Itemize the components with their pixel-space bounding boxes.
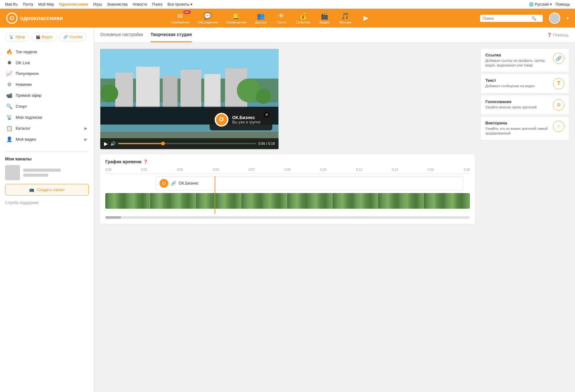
sidebar-item-top-week-label: Топ недели — [16, 50, 37, 54]
ok-live-icon: ⏺ — [6, 60, 13, 65]
nav-play[interactable]: ▶ — [357, 13, 375, 24]
feature-quiz[interactable]: Викторина Узнайте, кто из ваших зрителей… — [481, 117, 569, 140]
video-button[interactable]: 🎬 Видео — [32, 33, 57, 41]
feature-link-text: Ссылка Добавьте ссылку на профиль, групп… — [485, 53, 549, 68]
tab-creative-studio[interactable]: Творческая студия — [151, 28, 192, 42]
nav-discussions[interactable]: 💬 Обсуждения — [195, 11, 221, 25]
events-icon: 💰 — [299, 12, 307, 20]
nav-events-label: События — [296, 20, 310, 24]
ether-icon: 📡 — [9, 35, 14, 39]
overlay-track-logo: О — [159, 179, 168, 188]
overlay-track-label: ОК.Бизнес — [179, 181, 199, 186]
topnav-pochta[interactable]: Почта — [23, 2, 33, 7]
feature-poll[interactable]: Голосование Узнайте мнение своих зрителе… — [481, 96, 569, 114]
svg-point-12 — [256, 89, 271, 104]
topnav-mailru[interactable]: Mail.Ru — [5, 2, 18, 7]
channel-thumbnail — [5, 165, 20, 180]
sidebar-item-myvideo[interactable]: 👤 Моё видео ▶ — [5, 134, 89, 145]
filmstrip-seg-7 — [379, 193, 424, 209]
timeline-playhead[interactable] — [215, 176, 215, 214]
link-button[interactable]: 🔗 Ссылка — [59, 33, 86, 41]
nav-friends-label: Друзья — [255, 20, 267, 24]
overlay-close-button[interactable]: ✕ — [264, 112, 270, 118]
progress-bar[interactable] — [118, 143, 256, 144]
live-icon: 📹 — [6, 92, 13, 98]
sport-icon: 🔍 — [6, 103, 13, 109]
feature-text-title: Текст — [485, 78, 549, 83]
time-current: 0:06 — [259, 142, 265, 145]
filmstrip-seg-3 — [196, 193, 242, 209]
scrollbar-thumb[interactable] — [105, 216, 121, 219]
user-avatar[interactable] — [549, 13, 560, 24]
topnav-igry[interactable]: Игры — [93, 2, 102, 7]
create-channel-icon: 📺 — [29, 187, 34, 192]
messages-icon: ✉ — [177, 12, 183, 20]
support-link[interactable]: Служба поддержки — [5, 201, 89, 205]
tab-basic-settings[interactable]: Основные настройки — [100, 28, 143, 42]
notifications-icon: 🔔 — [232, 12, 240, 20]
sidebar-item-live[interactable]: 📹 Прямой эфир — [5, 90, 89, 101]
sidebar-item-sport-label: Спорт — [16, 104, 27, 109]
timeline-scrollbar[interactable] — [105, 216, 470, 219]
nav-notifications[interactable]: 🔔 Оповещения — [223, 11, 250, 25]
topnav-znakomstva[interactable]: Знакомства — [107, 2, 128, 7]
nav-video[interactable]: 🎬 Видео — [315, 11, 334, 25]
nav-music[interactable]: 🎵 Музыка — [336, 11, 355, 25]
sidebar-item-subscriptions-label: Мои подписки — [16, 115, 42, 120]
sidebar-item-popular[interactable]: 📈 Популярное — [5, 68, 89, 79]
logo-area[interactable]: O одноклассники — [6, 13, 63, 24]
sidebar-item-sport[interactable]: 🔍 Спорт — [5, 101, 89, 112]
overlay-track[interactable]: О 🔗 ОК.Бизнес — [155, 176, 463, 191]
sidebar-item-catalog-label: Каталог — [16, 126, 30, 131]
topnav-poisk[interactable]: Поиск — [152, 2, 162, 7]
feature-text[interactable]: Текст Добавьте сообщение на видео T — [481, 74, 569, 93]
sidebar-item-subscriptions[interactable]: 📡 Мои подписки — [5, 112, 89, 123]
video-scene-svg — [100, 49, 279, 149]
ether-button[interactable]: 📡 Эфир — [5, 33, 29, 41]
nav-friends[interactable]: 👥 Друзья — [251, 11, 270, 25]
nav-notifications-label: Оповещения — [226, 20, 247, 24]
volume-button[interactable]: 🔊 — [110, 141, 116, 146]
topnav-language[interactable]: 🌐 Русский ▾ — [529, 2, 551, 7]
topnav-all-projects[interactable]: Все проекты ▾ — [168, 2, 192, 7]
time-display: 0:06 / 0:18 — [259, 142, 275, 145]
ruler-label-2: 0:03 — [177, 168, 183, 171]
nav-guests[interactable]: 👁 Гости — [272, 11, 291, 25]
sidebar-menu: 🔥 Топ недели ⏺ OK Live 📈 Популярное ⚙ Но… — [5, 46, 89, 145]
ruler-label-3: 0:05 — [213, 168, 219, 171]
help-link[interactable]: ❓ Помощь — [547, 28, 569, 42]
channel-placeholder — [5, 165, 89, 180]
timeline-track-area: О 🔗 ОК.Бизнес — [105, 176, 470, 214]
topnav-novosti[interactable]: Новости — [133, 2, 147, 7]
tab-basic-settings-label: Основные настройки — [100, 32, 143, 37]
feature-poll-icon: ≡ — [553, 99, 564, 111]
discussions-icon: 💬 — [204, 12, 212, 20]
topnav-help[interactable]: Помощь — [556, 2, 570, 7]
sidebar-item-top-week[interactable]: 🔥 Топ недели — [5, 46, 89, 57]
feature-link[interactable]: Ссылка Добавьте ссылку на профиль, групп… — [481, 49, 569, 72]
sidebar-item-catalog[interactable]: 📋 Каталог ▶ — [5, 123, 89, 134]
create-channel-button[interactable]: 📺 Создать канал — [5, 184, 89, 196]
avatar-chevron-icon[interactable]: ▾ — [567, 16, 569, 21]
time-total: 0:18 — [268, 142, 274, 145]
topnav-moimir[interactable]: Мой Мир — [38, 2, 54, 7]
feature-quiz-icon: ✳ — [553, 121, 564, 132]
search-input[interactable] — [483, 16, 530, 21]
nav-messages[interactable]: ✉ Сообщения 99+ — [168, 11, 193, 25]
sidebar-item-myvideo-label: Моё видео — [16, 137, 36, 142]
video-icon: 🎬 — [321, 12, 328, 20]
main-header: O одноклассники ✉ Сообщения 99+ 💬 Обсужд… — [0, 9, 575, 28]
topnav-odnoklassniki[interactable]: Одноклассники — [59, 2, 88, 7]
filmstrip-seg-8 — [424, 193, 470, 209]
sidebar-item-ok-live[interactable]: ⏺ OK Live — [5, 57, 89, 68]
sidebar-item-new[interactable]: ⚙ Новинки — [5, 79, 89, 90]
nav-events[interactable]: 💰 События — [293, 11, 313, 25]
filmstrip-seg-1 — [105, 193, 151, 209]
ruler-label-9: 0:16 — [428, 168, 434, 171]
play-pause-button[interactable]: ▶ — [104, 141, 108, 147]
nav-guests-label: Гости — [277, 20, 286, 24]
search-box[interactable]: 🔍 — [480, 15, 543, 22]
ruler-label-0: 0:00 — [105, 168, 111, 171]
guests-icon: 👁 — [278, 13, 285, 20]
filmstrip-seg-2 — [151, 193, 196, 209]
